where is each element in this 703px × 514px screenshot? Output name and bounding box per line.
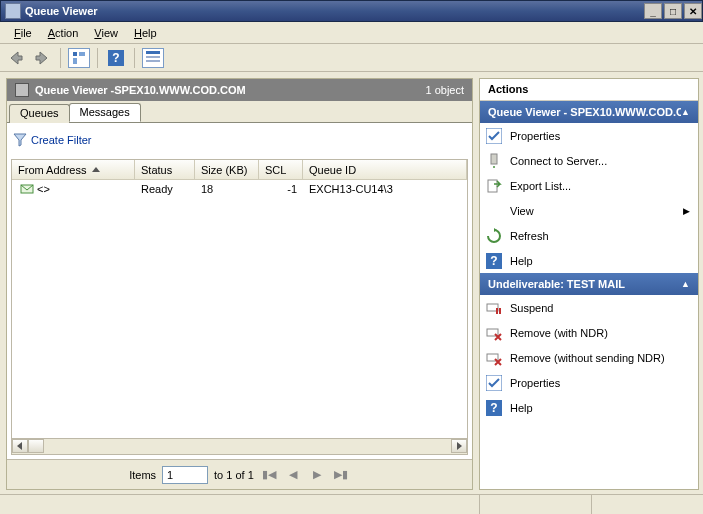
action-connect-server[interactable]: Connect to Server... (480, 148, 698, 173)
action-refresh[interactable]: Refresh (480, 223, 698, 248)
horizontal-scrollbar[interactable] (11, 439, 468, 455)
action-suspend[interactable]: Suspend (480, 295, 698, 320)
page-input[interactable] (162, 466, 208, 484)
tab-queues[interactable]: Queues (9, 104, 70, 123)
arrow-left-icon (8, 50, 24, 66)
action-msg-properties[interactable]: Properties (480, 370, 698, 395)
forward-button[interactable] (30, 47, 54, 69)
scope-icon (68, 48, 90, 68)
actions-title: Actions (480, 79, 698, 101)
toolbar: ? (0, 44, 703, 72)
svg-text:?: ? (490, 254, 497, 268)
col-size[interactable]: Size (KB) (195, 160, 259, 179)
menu-bar: File Action View Help (0, 22, 703, 44)
first-page-button[interactable]: ▮◀ (260, 466, 278, 484)
svg-rect-10 (491, 154, 497, 164)
menu-help[interactable]: Help (126, 25, 165, 41)
remove-icon (486, 350, 502, 366)
window-title: Queue Viewer (25, 5, 98, 17)
scroll-right-button[interactable] (451, 439, 467, 453)
prev-page-button[interactable]: ◀ (284, 466, 302, 484)
object-count: 1 object (425, 84, 464, 96)
scope-button[interactable] (67, 47, 91, 69)
remove-icon (486, 325, 502, 341)
check-icon (486, 128, 502, 144)
list-icon (142, 48, 164, 68)
svg-rect-5 (146, 51, 160, 54)
export-icon (486, 178, 502, 194)
svg-rect-12 (488, 180, 497, 192)
svg-rect-0 (73, 52, 77, 56)
last-page-button[interactable]: ▶▮ (332, 466, 350, 484)
action-view[interactable]: View (480, 198, 698, 223)
svg-rect-2 (73, 58, 77, 64)
action-msg-help[interactable]: ? Help (480, 395, 698, 420)
create-filter-link[interactable]: Create Filter (13, 133, 92, 147)
close-button[interactable]: ✕ (684, 3, 702, 19)
check-icon (486, 375, 502, 391)
actions-section-queue[interactable]: Queue Viewer - SPEX10.WWW.COD.COM ▲ (480, 101, 698, 123)
messages-table: From Address Status Size (KB) SCL Queue … (11, 159, 468, 439)
actions-section-message[interactable]: Undeliverable: TEST MAIL ▲ (480, 273, 698, 295)
scroll-thumb[interactable] (28, 439, 44, 453)
actions-panel: Actions Queue Viewer - SPEX10.WWW.COD.CO… (479, 78, 699, 490)
pager-range: to 1 of 1 (214, 469, 254, 481)
app-icon (5, 3, 21, 19)
filter-icon (13, 133, 27, 147)
panel-title-prefix: Queue Viewer - (35, 84, 114, 96)
svg-point-11 (493, 166, 495, 168)
queue-viewer-icon (15, 83, 29, 97)
tab-messages[interactable]: Messages (69, 103, 141, 122)
triangle-left-icon (17, 442, 23, 450)
help-icon: ? (108, 50, 124, 66)
pager-label: Items (129, 469, 156, 481)
next-page-button[interactable]: ▶ (308, 466, 326, 484)
status-bar (0, 494, 703, 514)
menu-action[interactable]: Action (40, 25, 87, 41)
message-icon (20, 182, 34, 196)
action-export-list[interactable]: Export List... (480, 173, 698, 198)
list-button[interactable] (141, 47, 165, 69)
suspend-icon (486, 300, 502, 316)
blank-icon (486, 203, 502, 219)
svg-rect-6 (146, 56, 160, 58)
scroll-left-button[interactable] (12, 439, 28, 453)
col-status[interactable]: Status (135, 160, 195, 179)
pager: Items to 1 of 1 ▮◀ ◀ ▶ ▶▮ (7, 459, 472, 489)
left-panel: Queue Viewer - SPEX10.WWW.COD.COM 1 obje… (6, 78, 473, 490)
action-help[interactable]: ? Help (480, 248, 698, 273)
tabs: Queues Messages (7, 101, 472, 123)
svg-text:?: ? (490, 401, 497, 415)
back-button[interactable] (4, 47, 28, 69)
action-remove-no-ndr[interactable]: Remove (without sending NDR) (480, 345, 698, 370)
menu-file[interactable]: File (6, 25, 40, 41)
col-scl[interactable]: SCL (259, 160, 303, 179)
action-remove-ndr[interactable]: Remove (with NDR) (480, 320, 698, 345)
col-queue-id[interactable]: Queue ID (303, 160, 467, 179)
collapse-icon: ▲ (681, 107, 690, 117)
title-bar: Queue Viewer _ □ ✕ (0, 0, 703, 22)
help-icon: ? (486, 400, 502, 416)
svg-text:?: ? (112, 51, 119, 65)
svg-rect-16 (496, 308, 498, 314)
action-properties[interactable]: Properties (480, 123, 698, 148)
arrow-right-icon (34, 50, 50, 66)
svg-rect-17 (499, 308, 501, 314)
refresh-icon (486, 228, 502, 244)
svg-rect-7 (146, 60, 160, 62)
triangle-right-icon (456, 442, 462, 450)
help-icon: ? (486, 253, 502, 269)
minimize-button[interactable]: _ (644, 3, 662, 19)
menu-view[interactable]: View (86, 25, 126, 41)
maximize-button[interactable]: □ (664, 3, 682, 19)
table-row[interactable]: <> Ready 18 -1 EXCH13-CU14\3 (12, 180, 467, 198)
help-button[interactable]: ? (104, 47, 128, 69)
collapse-icon: ▲ (681, 279, 690, 289)
server-icon (486, 153, 502, 169)
panel-header: Queue Viewer - SPEX10.WWW.COD.COM 1 obje… (7, 79, 472, 101)
svg-rect-1 (79, 52, 85, 56)
col-from-address[interactable]: From Address (12, 160, 135, 179)
panel-server: SPEX10.WWW.COD.COM (114, 84, 245, 96)
